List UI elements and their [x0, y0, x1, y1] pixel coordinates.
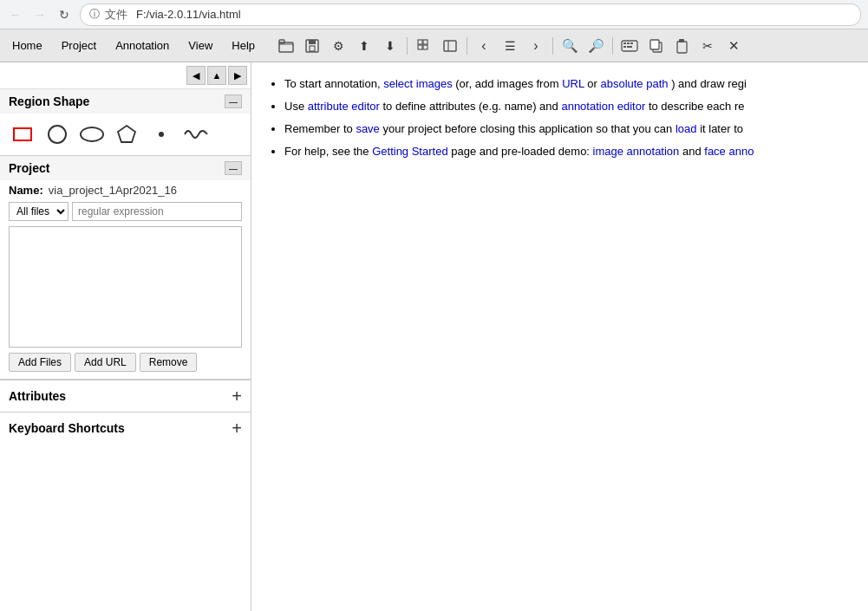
- prev-icon[interactable]: ‹: [472, 34, 496, 58]
- annotation-editor-link[interactable]: annotation editor: [561, 100, 645, 113]
- keyboard-icon[interactable]: [617, 34, 642, 58]
- list-item: For help, see the Getting Started page a…: [284, 142, 851, 161]
- shape-circle-btn[interactable]: [43, 120, 71, 148]
- shapes-row: [0, 114, 251, 155]
- region-shape-section: Region Shape —: [0, 89, 251, 156]
- image-annotation-link[interactable]: image annotation: [593, 145, 680, 158]
- attributes-section[interactable]: Attributes +: [0, 380, 251, 412]
- cut-icon[interactable]: ✂: [695, 34, 720, 58]
- text: Use: [284, 100, 308, 113]
- project-header[interactable]: Project —: [0, 156, 251, 180]
- text: (or, add images from: [453, 77, 562, 90]
- ellipse-shape: [80, 127, 104, 142]
- keyboard-shortcuts-expand-icon[interactable]: +: [232, 419, 242, 437]
- url-link[interactable]: URL: [562, 77, 584, 90]
- keyboard-shortcuts-title: Keyboard Shortcuts: [9, 421, 125, 435]
- project-filter-row: All files: [0, 202, 251, 226]
- add-files-button[interactable]: Add Files: [9, 353, 71, 372]
- project-name-row: Name: via_project_1Apr2021_16: [0, 180, 251, 202]
- text: it later to: [697, 122, 743, 135]
- forward-button[interactable]: →: [31, 6, 49, 23]
- project-collapse[interactable]: —: [225, 161, 242, 175]
- toolbar-icons: ⚙ ⬆ ⬇ ‹ ☰ › 🔍 🔍 ✂ ✕: [274, 34, 865, 58]
- list-icon[interactable]: ☰: [498, 34, 522, 58]
- zoom-in-icon[interactable]: 🔍: [558, 34, 582, 58]
- sidebar-ctrl-left[interactable]: ◀: [186, 66, 206, 85]
- close-icon[interactable]: ✕: [721, 34, 746, 58]
- menu-home[interactable]: Home: [3, 36, 51, 55]
- paste-icon[interactable]: [669, 34, 694, 58]
- panel-icon[interactable]: [438, 34, 462, 58]
- next-icon[interactable]: ›: [524, 34, 548, 58]
- save-link[interactable]: save: [356, 122, 379, 135]
- filter-input[interactable]: [72, 202, 242, 221]
- open-folder-icon[interactable]: [274, 34, 298, 58]
- address-bar[interactable]: ⓘ 文件 F:/via-2.0.11/via.html: [80, 3, 861, 26]
- download-icon[interactable]: ⬇: [378, 34, 402, 58]
- url-path: F:/via-2.0.11/via.html: [136, 8, 241, 21]
- text: ) and draw regi: [669, 77, 747, 90]
- getting-started-link[interactable]: Getting Started: [372, 145, 447, 158]
- sidebar-ctrl-up[interactable]: ▲: [207, 66, 226, 85]
- file-filter-select[interactable]: All files: [9, 202, 69, 221]
- project-name-value: via_project_1Apr2021_16: [49, 184, 177, 197]
- shape-polygon-btn[interactable]: [113, 120, 140, 148]
- shape-rect-btn[interactable]: [9, 120, 36, 148]
- polyline-shape: [183, 126, 209, 143]
- point-shape: [159, 132, 164, 137]
- text: To start annotation,: [284, 77, 383, 90]
- shape-polyline-btn[interactable]: [182, 120, 210, 148]
- app-toolbar: Home Project Annotation View Help ⚙ ⬆ ⬇ …: [0, 29, 868, 62]
- save-icon[interactable]: [300, 34, 324, 58]
- back-button[interactable]: ←: [7, 6, 24, 23]
- menu-view[interactable]: View: [179, 36, 221, 55]
- shape-point-btn[interactable]: [147, 120, 175, 148]
- load-link[interactable]: load: [675, 122, 697, 135]
- shape-ellipse-btn[interactable]: [78, 120, 106, 148]
- svg-rect-7: [418, 45, 422, 49]
- keyboard-shortcuts-section[interactable]: Keyboard Shortcuts +: [0, 412, 251, 444]
- remove-button[interactable]: Remove: [140, 353, 198, 372]
- text: For help, see the: [284, 145, 372, 158]
- sidebar-ctrl-right[interactable]: ▶: [228, 66, 247, 85]
- region-shape-collapse[interactable]: —: [225, 94, 242, 108]
- menu-annotation[interactable]: Annotation: [107, 36, 178, 55]
- url-label: 文件: [105, 7, 127, 23]
- project-section: Project — Name: via_project_1Apr2021_16 …: [0, 156, 251, 380]
- text: and: [679, 145, 704, 158]
- svg-rect-14: [630, 42, 633, 44]
- content-list: To start annotation, select images (or, …: [269, 75, 851, 161]
- svg-rect-20: [679, 39, 684, 42]
- toolbar-sep-1: [407, 37, 408, 55]
- absolute-path-link[interactable]: absolute path: [600, 77, 668, 90]
- grid-icon[interactable]: [412, 34, 436, 58]
- menu-project[interactable]: Project: [53, 36, 105, 55]
- attributes-expand-icon[interactable]: +: [232, 387, 242, 405]
- copy-icon[interactable]: [643, 34, 668, 58]
- menu-help[interactable]: Help: [223, 36, 264, 55]
- svg-rect-15: [623, 46, 626, 48]
- file-buttons-row: Add Files Add URL Remove: [0, 348, 251, 379]
- svg-rect-3: [309, 40, 316, 44]
- toolbar-sep-2: [467, 37, 467, 55]
- attribute-editor-link[interactable]: attribute editor: [308, 100, 380, 113]
- reload-button[interactable]: ↻: [55, 6, 73, 23]
- zoom-out-icon[interactable]: 🔍: [584, 34, 608, 58]
- svg-rect-16: [627, 46, 632, 48]
- settings-icon[interactable]: ⚙: [326, 34, 350, 58]
- list-item: Remember to save your project before clo…: [284, 120, 851, 139]
- text: to describe each re: [645, 100, 744, 113]
- select-images-link[interactable]: select images: [383, 77, 452, 90]
- file-list-container[interactable]: [9, 226, 242, 348]
- face-anno-link[interactable]: face anno: [704, 145, 754, 158]
- text: Remember to: [284, 122, 356, 135]
- text: page and pre-loaded demo:: [448, 145, 593, 158]
- svg-rect-4: [310, 46, 315, 51]
- sidebar-top-controls: ◀ ▲ ▶: [0, 62, 251, 89]
- upload-icon[interactable]: ⬆: [352, 34, 376, 58]
- add-url-button[interactable]: Add URL: [75, 353, 136, 372]
- svg-rect-19: [677, 42, 687, 53]
- svg-rect-1: [279, 40, 284, 43]
- text: to define attributes (e.g. name) and: [380, 100, 562, 113]
- region-shape-header[interactable]: Region Shape —: [0, 89, 251, 114]
